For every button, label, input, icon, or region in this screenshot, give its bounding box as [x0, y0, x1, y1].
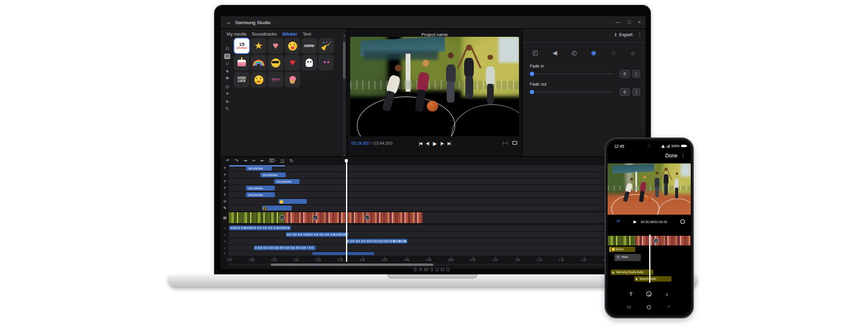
transform-icon[interactable]: ◰	[529, 48, 542, 58]
more-menu-icon[interactable]: ⋮	[637, 32, 642, 37]
prev-frame-icon[interactable]: ◀|	[426, 141, 429, 146]
sticker-star[interactable]: ★	[251, 38, 266, 54]
maximize-icon[interactable]: □	[627, 19, 631, 25]
track-text-3[interactable]: text preview	[228, 185, 646, 191]
pen-icon[interactable]: ✎	[224, 106, 230, 112]
track-text-4[interactable]: text preview	[228, 192, 646, 198]
speed-icon[interactable]: ◴	[568, 48, 581, 58]
tab-my-media[interactable]: My media	[227, 31, 247, 37]
track-video-7[interactable]: ⇄⇄⇄	[228, 212, 646, 223]
sticker-tool-icon[interactable]	[646, 291, 652, 298]
sticker-cool[interactable]	[268, 55, 283, 71]
nav-recents-icon[interactable]: |||	[627, 305, 632, 309]
audio-clip[interactable]	[286, 232, 348, 237]
minimize-icon[interactable]: —	[615, 19, 620, 25]
video-preview[interactable]	[350, 37, 519, 136]
sticker-heartface[interactable]: ♥	[268, 38, 283, 54]
audio-clip[interactable]	[254, 245, 316, 250]
sticker-heart[interactable]: ♥	[285, 55, 300, 71]
transition-icon[interactable]: ⇄	[365, 215, 370, 221]
sticker-cat[interactable]	[251, 72, 266, 87]
next-frame-icon[interactable]: |▶	[441, 141, 444, 146]
text-clip[interactable]: text preview	[246, 166, 272, 171]
sticker-goodluck[interactable]: GOOD LUCK	[234, 72, 250, 87]
text-clip[interactable]: text preview	[246, 186, 275, 191]
transition-icon[interactable]: ⇄	[313, 215, 318, 221]
nav-home-icon[interactable]	[647, 305, 651, 309]
calendar-icon[interactable]: 15	[224, 54, 230, 59]
phone-video-preview[interactable]	[608, 163, 691, 215]
text-tool-icon[interactable]: T	[629, 291, 633, 297]
audio-clip[interactable]	[312, 252, 374, 255]
play-icon[interactable]: ▶	[433, 140, 436, 147]
fade-out-slider[interactable]	[530, 89, 613, 94]
transition-icon[interactable]: ⇄	[280, 215, 285, 221]
stepper-down-icon[interactable]: ▼	[635, 74, 637, 77]
smiley-icon[interactable]: ☺	[224, 61, 230, 66]
sticker-oops[interactable]: OOPS!	[301, 38, 317, 54]
phone-playhead[interactable]	[649, 235, 650, 283]
sticker-party[interactable]	[318, 38, 334, 54]
track-audio-9[interactable]	[228, 232, 646, 238]
phone-play-icon[interactable]: ▶	[634, 219, 637, 224]
sticker-ghost[interactable]	[301, 55, 317, 71]
text-clip[interactable]: text preview	[246, 192, 275, 197]
export-button[interactable]: ↥Export	[614, 32, 632, 37]
fullscreen-icon[interactable]	[512, 141, 517, 145]
sticker-clip[interactable]	[262, 206, 292, 210]
stepper-down-icon[interactable]: ▼	[635, 92, 637, 95]
track-audio-12[interactable]	[228, 251, 646, 256]
phone-transition-icon[interactable]: ⇄	[653, 238, 659, 244]
scroll-up-icon[interactable]: ▲	[342, 34, 346, 37]
text-clip[interactable]: text preview	[274, 179, 300, 184]
text-clip[interactable]: text preview	[260, 172, 286, 177]
fade-in-value[interactable]: 0	[620, 70, 630, 78]
audio-clip[interactable]	[346, 239, 407, 244]
track-sticker-6[interactable]	[228, 205, 646, 211]
fade-out-stepper[interactable]: ▲ ▼	[632, 88, 640, 96]
sticker-calendar[interactable]: 15SATURDAY	[234, 38, 250, 54]
sticker-clip[interactable]	[278, 199, 307, 204]
nav-back-icon[interactable]: ‹	[668, 304, 670, 309]
phone-tool-icon[interactable]: ⇄	[617, 219, 620, 224]
audio-clip[interactable]	[229, 226, 291, 230]
sticker-cupcake[interactable]	[285, 72, 300, 87]
heart-icon[interactable]: ♥	[224, 69, 230, 74]
tab-soundtracks[interactable]: Soundtracks	[252, 31, 277, 37]
skip-end-icon[interactable]: ▶|	[447, 141, 450, 146]
done-button[interactable]: Done	[665, 153, 678, 159]
close-icon[interactable]: ×	[638, 19, 641, 25]
track-text-0[interactable]: text preview	[228, 165, 646, 171]
tab-sticker[interactable]: Sticker	[282, 31, 297, 37]
phone-fullscreen-icon[interactable]	[681, 219, 685, 224]
audio-tool-icon[interactable]: ♪	[665, 291, 668, 297]
cursor-icon[interactable]: ➤	[224, 99, 230, 104]
party-icon[interactable]: ✦	[224, 91, 230, 96]
playhead[interactable]	[346, 162, 347, 262]
phone-audio-clip[interactable]: Speech Audio	[634, 276, 671, 282]
track-audio-8[interactable]	[228, 225, 646, 231]
visibility-icon[interactable]: ◉	[587, 48, 600, 58]
tab-text[interactable]: Text	[303, 31, 311, 37]
phone-more-menu-icon[interactable]: ⋮	[681, 153, 685, 158]
timeline-hscrollbar[interactable]	[228, 263, 643, 266]
hscroll-thumb[interactable]	[271, 263, 433, 266]
track-audio-10[interactable]	[228, 238, 646, 244]
phone-audio-clip[interactable]: Samsung Studio Audio	[611, 270, 653, 275]
sticker-question[interactable]: ???	[268, 72, 283, 87]
ribbon-icon[interactable]: ⚑	[224, 76, 230, 81]
sticker-scrollbar[interactable]: ▲ ▼	[343, 38, 345, 153]
slider-thumb[interactable]	[530, 72, 534, 76]
scrollbar-thumb[interactable]	[343, 42, 345, 79]
track-text-1[interactable]: text preview	[228, 172, 646, 178]
track-sticker-5[interactable]	[228, 198, 646, 204]
sticker-sparkle[interactable]: ✦✦	[318, 55, 334, 71]
settings-icon[interactable]: ☼	[626, 48, 640, 58]
fit-view-icon[interactable]: (↔)	[503, 141, 508, 145]
fade-in-slider[interactable]	[530, 71, 613, 76]
volume-icon[interactable]: ◀	[548, 48, 561, 58]
back-arrow-icon[interactable]: ←	[226, 19, 231, 25]
donut-icon[interactable]: ◎	[224, 84, 230, 89]
track-audio-11[interactable]	[228, 245, 646, 251]
fade-in-stepper[interactable]: ▲ ▼	[632, 70, 640, 78]
